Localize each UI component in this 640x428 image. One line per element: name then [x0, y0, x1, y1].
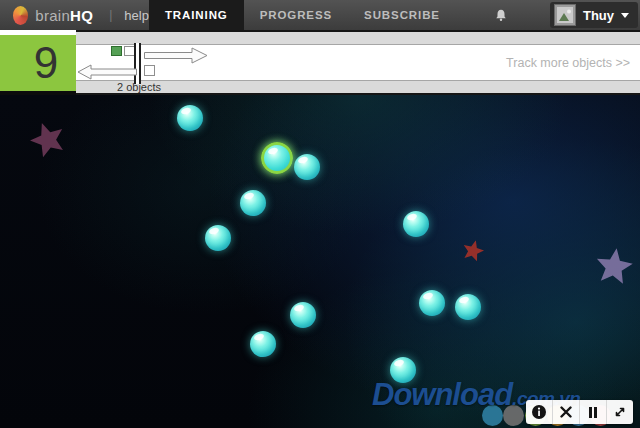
tab-training[interactable]: TRAINING	[149, 0, 244, 30]
bubble[interactable]	[290, 302, 316, 328]
pause-button[interactable]	[580, 400, 607, 424]
scoreboard: 9 Track more objects >> 2 objects	[0, 30, 640, 95]
brainhq-logo-icon[interactable]	[13, 6, 28, 25]
score-column: 9	[0, 30, 76, 95]
brainhq-app: brainHQ | help TRAINING PROGRESS SUBSCRI…	[0, 0, 640, 428]
chevron-down-icon	[621, 13, 629, 18]
header-divider: |	[109, 8, 112, 22]
close-button[interactable]	[553, 400, 580, 424]
starfish-icon	[460, 238, 487, 265]
bubble[interactable]	[403, 211, 429, 237]
bubble[interactable]	[250, 331, 276, 357]
brand-title[interactable]: brainHQ	[35, 7, 93, 24]
level-marker-filled	[111, 46, 122, 56]
user-avatar	[554, 4, 576, 26]
bubble[interactable]	[294, 154, 320, 180]
nav-tabs: TRAINING PROGRESS SUBSCRIBE	[149, 0, 456, 30]
tab-subscribe[interactable]: SUBSCRIBE	[348, 0, 456, 30]
tracked-bubble[interactable]	[261, 142, 293, 174]
bubble[interactable]	[205, 225, 231, 251]
score-value: 9	[0, 35, 76, 91]
watermark-main: Download	[372, 377, 512, 412]
notification-bell-icon[interactable]	[494, 8, 508, 23]
level-marker-empty-bottom	[144, 65, 155, 76]
bubble[interactable]	[240, 190, 266, 216]
track-more-link[interactable]: Track more objects >>	[506, 56, 630, 70]
level-progress-strip: Track more objects >> 2 objects	[76, 30, 640, 95]
tab-progress[interactable]: PROGRESS	[244, 0, 348, 30]
level-strip-bottom: 2 objects	[76, 80, 640, 93]
user-name: Thuy	[583, 8, 614, 23]
info-button[interactable]	[526, 400, 553, 424]
game-area[interactable]: Download.com.vn	[0, 95, 640, 428]
user-menu[interactable]: Thuy	[550, 2, 638, 28]
game-control-bar	[526, 400, 633, 424]
level-up-arrow-icon	[144, 47, 208, 64]
top-nav-bar: brainHQ | help TRAINING PROGRESS SUBSCRI…	[0, 0, 640, 30]
fullscreen-button[interactable]	[607, 400, 633, 424]
score-bottom-strip	[0, 91, 76, 95]
bubble[interactable]	[455, 294, 481, 320]
bubble[interactable]	[177, 105, 203, 131]
starfish-icon	[25, 117, 71, 163]
level-strip-top	[76, 32, 640, 45]
help-link[interactable]: help	[124, 8, 149, 23]
bubble[interactable]	[419, 290, 445, 316]
level-down-arrow-icon	[77, 64, 137, 80]
starfish-icon	[593, 246, 636, 289]
